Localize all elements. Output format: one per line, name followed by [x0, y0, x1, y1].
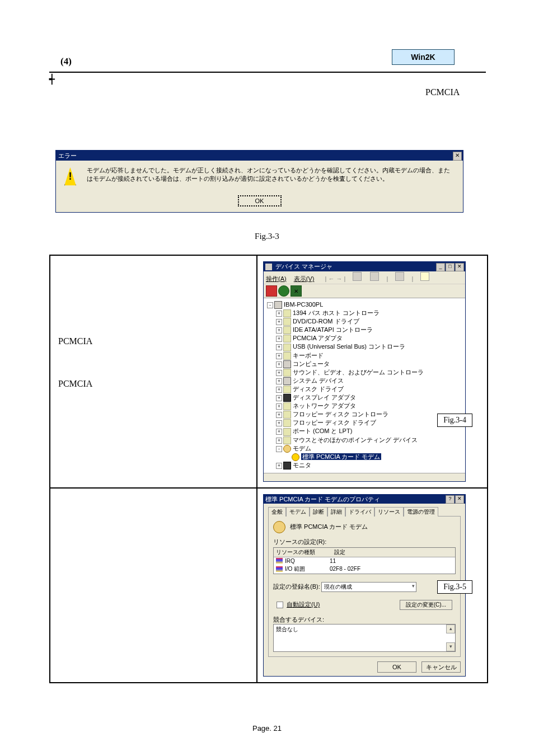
ok-button[interactable]: OK	[377, 661, 416, 673]
tree-node[interactable]: ディスプレイ アダプタ	[293, 394, 356, 401]
tab-modem[interactable]: モデム	[286, 507, 310, 516]
toolbar-icon-green[interactable]	[278, 285, 289, 297]
device-icon	[283, 352, 291, 360]
window-title: デバイス マネージャ	[275, 263, 332, 270]
figure-caption-3-5: Fig.3-5	[437, 580, 472, 594]
left-label-pcmcia-2: PCMCIA	[58, 379, 249, 389]
tree-node[interactable]: キーボード	[293, 352, 324, 359]
toolbar-icon[interactable]	[370, 272, 379, 281]
tree-node[interactable]: ディスク ドライブ	[293, 386, 344, 392]
cancel-button[interactable]: キャンセル	[421, 661, 461, 673]
tree-node[interactable]: DVD/CD-ROM ドライブ	[293, 318, 359, 325]
change-setting-button[interactable]: 設定の変更(C)...	[400, 600, 452, 610]
config-select[interactable]: 現在の構成	[321, 582, 416, 592]
close-icon[interactable]: ✕	[455, 495, 464, 504]
tree-node[interactable]: ネットワーク アダプタ	[293, 402, 356, 409]
device-tree[interactable]: -IBM-PC300PL +1394 バス ホスト コントローラ +DVD/CD…	[264, 298, 465, 473]
table-right-cell: 標準 PCMCIA カード モデムのプロパティ ? ✕ 全般 モデム 診断 詳細	[257, 489, 487, 683]
config-name-label: 設定の登録名(B):	[273, 583, 321, 591]
conflict-value: 競合なし	[276, 626, 298, 632]
device-icon	[283, 360, 291, 368]
tree-node[interactable]: IDE ATA/ATAPI コントローラ	[293, 326, 373, 333]
tab-power[interactable]: 電源の管理	[404, 507, 438, 516]
device-icon	[283, 402, 291, 410]
tree-node[interactable]: サウンド、ビデオ、およびゲーム コントローラ	[293, 369, 424, 375]
warning-icon	[64, 166, 77, 187]
tree-node-modem[interactable]: モデム	[293, 445, 311, 452]
resource-irq-value: 11	[330, 558, 336, 564]
crop-mark-icon: ┽	[49, 74, 55, 84]
close-icon[interactable]: ✕	[455, 263, 464, 271]
tab-diag[interactable]: 診断	[310, 507, 327, 516]
resource-io-value: 02F8 - 02FF	[330, 566, 360, 572]
device-icon	[283, 335, 291, 342]
scroll-down-icon[interactable]: ▾	[446, 642, 455, 651]
error-dialog-title: エラー	[58, 152, 77, 159]
tree-node[interactable]: USB (Universal Serial Bus) コントローラ	[293, 343, 405, 350]
menu-view[interactable]: 表示(V)	[294, 275, 315, 282]
col-setting: 設定	[332, 548, 348, 557]
tree-node[interactable]: コンピュータ	[293, 360, 330, 367]
close-icon[interactable]: ✕	[453, 152, 462, 161]
menu-action[interactable]: 操作(A)	[266, 275, 287, 282]
modem-icon	[283, 445, 291, 453]
status-bar	[264, 473, 465, 481]
device-icon	[283, 326, 291, 334]
tree-node[interactable]: 1394 バス ホスト コントローラ	[293, 309, 380, 316]
toolbar-icon-red[interactable]	[266, 285, 277, 297]
resource-listbox[interactable]: リソースの種類 設定 IRQ 11 I/O	[273, 547, 456, 574]
dialog-titlebar: 標準 PCMCIA カード モデムのプロパティ ? ✕	[264, 495, 465, 504]
win2k-badge: Win2K	[392, 49, 455, 65]
tree-node[interactable]: フロッピー ディスク コントローラ	[293, 411, 388, 417]
tree-node-selected[interactable]: 標準 PCMCIA カード モデム	[301, 453, 381, 460]
device-manager-window: デバイス マネージャ _ □ ✕ 操作(A) 表示(V) | ← → |	[263, 261, 466, 482]
tab-general[interactable]: 全般	[268, 507, 286, 516]
device-icon	[283, 344, 291, 351]
conflict-listbox[interactable]: 競合なし ▴ ▾	[273, 624, 456, 652]
table-left-cell	[50, 489, 257, 683]
refresh-icon[interactable]	[420, 272, 429, 281]
window-titlebar: デバイス マネージャ _ □ ✕	[264, 262, 465, 271]
toolbar-icon[interactable]	[353, 272, 362, 281]
error-dialog-titlebar: エラー ✕	[56, 151, 463, 161]
properties-icon[interactable]	[395, 272, 404, 281]
tree-node[interactable]: ポート (COM と LPT)	[293, 428, 352, 434]
table-right-cell: デバイス マネージャ _ □ ✕ 操作(A) 表示(V) | ← → |	[257, 256, 487, 487]
device-icon	[283, 436, 291, 444]
main-table: PCMCIA PCMCIA デバイス マネージャ _ □ ✕	[49, 255, 488, 683]
tree-node[interactable]: フロッピー ディスク ドライブ	[293, 419, 376, 426]
device-icon	[283, 377, 291, 385]
warning-badge-icon	[292, 453, 299, 461]
horizontal-rule	[49, 72, 486, 73]
device-icon	[283, 394, 291, 402]
col-type: リソースの種類	[274, 548, 332, 557]
tree-node[interactable]: マウスとそのほかのポインティング デバイス	[293, 436, 418, 443]
step-number: (4)	[60, 56, 72, 67]
page-number: Page. 21	[0, 724, 534, 732]
device-icon	[283, 419, 291, 427]
auto-config-checkbox[interactable]	[277, 602, 283, 608]
tab-driver[interactable]: ドライバ	[345, 507, 374, 516]
toolbar-secondary: ✕	[264, 284, 465, 298]
maximize-icon[interactable]: □	[446, 263, 455, 271]
tree-node-monitor[interactable]: モニタ	[293, 462, 311, 468]
tab-detail[interactable]: 詳細	[327, 507, 345, 516]
menu-bar: 操作(A) 表示(V) | ← → | | |	[264, 271, 465, 284]
monitor-icon	[283, 462, 291, 469]
resource-icon	[276, 558, 283, 564]
tree-root[interactable]: IBM-PC300PL	[284, 301, 323, 308]
error-message: モデムが応答しませんでした。モデムが正しく接続され、オンになっているかどうかを確…	[87, 166, 455, 183]
resource-irq-label: IRQ	[285, 558, 330, 564]
device-icon	[283, 411, 291, 419]
tree-node[interactable]: システム デバイス	[293, 377, 344, 384]
minimize-icon[interactable]: _	[436, 263, 445, 271]
toolbar-icon-x[interactable]: ✕	[291, 285, 302, 297]
section-label-pcmcia: PCMCIA	[425, 87, 460, 97]
tree-node[interactable]: PCMCIA アダプタ	[293, 335, 343, 341]
tab-resource[interactable]: リソース	[374, 507, 404, 516]
resource-settings-label: リソースの設定(R):	[273, 538, 456, 546]
scroll-up-icon[interactable]: ▴	[446, 624, 455, 633]
ok-button[interactable]: OK	[238, 195, 282, 206]
help-icon[interactable]: ?	[446, 495, 455, 504]
device-name-label: 標準 PCMCIA カード モデム	[290, 523, 368, 531]
